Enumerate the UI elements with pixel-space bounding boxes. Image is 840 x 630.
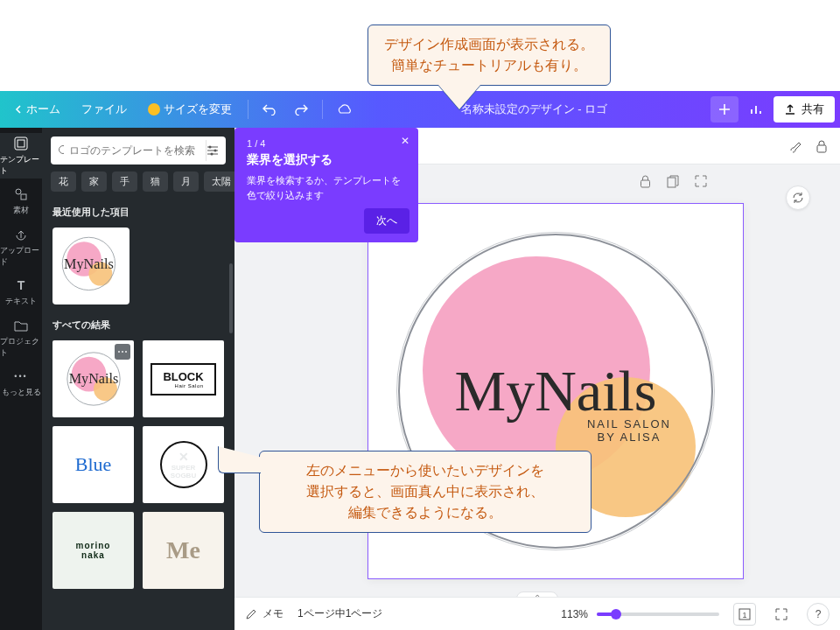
chevron-left-icon	[14, 105, 23, 114]
left-rail: テンプレート 素材 アップロード T テキスト プロジェクト ••• もっと見る	[0, 128, 42, 630]
lock-icon	[640, 175, 651, 188]
logo-subtitle: NAIL SALON BY ALISA	[587, 417, 671, 444]
logo-text: Blue	[75, 453, 112, 476]
logo-text: morinonaka	[76, 541, 111, 560]
template-card[interactable]: Blue	[52, 426, 134, 503]
rail-templates[interactable]: テンプレート	[0, 133, 42, 178]
rail-elements[interactable]: 素材	[0, 178, 42, 224]
add-button[interactable]	[710, 96, 738, 122]
page-duplicate-button[interactable]	[665, 173, 681, 189]
help-button[interactable]: ?	[807, 603, 830, 626]
canvas-area: ✕ 1 / 4 業界を選択する 業界を検索するか、テンプレートを色で絞り込みます…	[234, 128, 840, 630]
chip[interactable]: 手	[112, 172, 137, 192]
card-menu-button[interactable]: ⋯	[115, 344, 130, 360]
sync-icon	[791, 191, 805, 205]
svg-rect-10	[668, 178, 676, 187]
search-input-wrap[interactable]	[51, 136, 226, 164]
help-icon: ?	[816, 608, 822, 620]
recent-heading: 最近使用した項目	[42, 200, 234, 224]
more-icon: •••	[13, 368, 29, 384]
annotation-top-l2: 簡単なチュートリアルも有り。	[384, 55, 594, 76]
analytics-button[interactable]	[742, 96, 770, 122]
lock-button[interactable]	[816, 139, 828, 153]
home-button[interactable]: ホーム	[5, 96, 69, 122]
upload-icon	[784, 103, 796, 116]
file-label: ファイル	[81, 102, 127, 117]
rail-project-label: プロジェクト	[0, 336, 42, 359]
app-topbar: ホーム ファイル サイズを変更 名称未設定のデザイン - ロゴ 共有	[0, 91, 840, 128]
brush-button[interactable]	[788, 138, 803, 154]
chip[interactable]: 月	[173, 172, 199, 192]
chip[interactable]: 猫	[143, 172, 168, 192]
tutorial-popover: ✕ 1 / 4 業界を選択する 業界を検索するか、テンプレートを色で絞り込みます…	[234, 128, 418, 242]
template-card[interactable]: ✕SUPERSOGBU	[143, 426, 224, 503]
svg-point-4	[60, 146, 65, 154]
memo-button[interactable]: メモ	[245, 606, 284, 621]
cloud-button[interactable]	[330, 96, 358, 122]
home-label: ホーム	[26, 102, 60, 117]
rail-upload[interactable]: アップロード	[0, 224, 42, 270]
expand-icon	[695, 175, 707, 187]
scrollbar[interactable]	[229, 263, 233, 333]
divider	[248, 100, 248, 119]
bottom-bar: メモ 1ページ中1ページ 113% 1 ?	[234, 597, 840, 630]
logo-text: Me	[166, 536, 200, 564]
chip[interactable]: 家	[81, 172, 107, 192]
undo-icon	[262, 103, 276, 116]
search-input[interactable]	[69, 144, 200, 157]
tutorial-desc: 業界を検索するか、テンプレートを色で絞り込みます	[247, 173, 406, 202]
template-icon	[13, 136, 29, 151]
rail-more[interactable]: ••• もっと見る	[0, 360, 42, 406]
rail-project[interactable]: プロジェクト	[0, 315, 42, 360]
annotation-mid-l1: 左のメニューから使いたいデザインを	[276, 460, 575, 481]
resize-button[interactable]: サイズを変更	[139, 96, 241, 122]
chip[interactable]: 花	[51, 172, 76, 192]
page-indicator: 1ページ中1ページ	[298, 606, 382, 621]
page-actions	[637, 173, 709, 189]
sync-button[interactable]	[786, 186, 810, 210]
rail-text[interactable]: T テキスト	[0, 270, 42, 315]
svg-rect-1	[18, 140, 24, 147]
duplicate-icon	[667, 175, 679, 188]
recent-thumb[interactable]: MyNails	[52, 228, 130, 304]
plus-icon	[718, 103, 731, 116]
redo-button[interactable]	[287, 96, 315, 122]
chart-icon	[750, 103, 762, 116]
share-button[interactable]: 共有	[774, 96, 835, 122]
tutorial-title: 業界を選択する	[247, 152, 406, 168]
tutorial-next-button[interactable]: 次へ	[364, 208, 410, 234]
fullscreen-button[interactable]	[770, 603, 793, 626]
doc-title[interactable]: 名称未設定のデザイン - ロゴ	[361, 102, 707, 117]
template-card[interactable]: Me	[143, 512, 224, 589]
undo-button[interactable]	[256, 96, 284, 122]
doc-title-text: 名称未設定のデザイン - ロゴ	[461, 102, 608, 117]
folder-icon	[13, 318, 29, 333]
pencil-icon	[245, 608, 257, 620]
grid-view-button[interactable]: 1	[733, 603, 756, 626]
svg-text:1: 1	[742, 611, 746, 620]
zoom-value: 113%	[561, 608, 588, 620]
page-lock-button[interactable]	[637, 173, 653, 189]
text-icon: T	[13, 277, 29, 293]
svg-point-2	[16, 189, 21, 194]
tutorial-step: 1 / 4	[247, 138, 406, 149]
rail-elements-label: 素材	[13, 205, 29, 216]
template-card[interactable]: morinonaka	[52, 512, 134, 589]
annotation-top-l1: デザイン作成画面が表示される。	[384, 34, 594, 55]
crown-icon	[148, 103, 160, 116]
template-card[interactable]: MyNails ⋯	[52, 340, 134, 417]
filter-button[interactable]	[206, 140, 219, 161]
sub1: NAIL SALON	[587, 417, 671, 430]
divider	[322, 100, 323, 119]
memo-label: メモ	[262, 606, 284, 621]
file-button[interactable]: ファイル	[73, 96, 136, 122]
page-fullscreen-button[interactable]	[693, 173, 709, 189]
chip[interactable]: 太陽	[204, 172, 234, 192]
logo-text: MyNails	[65, 351, 122, 408]
zoom-slider[interactable]	[597, 612, 719, 616]
logo-text: BLOCKHair Salon	[150, 363, 215, 396]
search-icon	[58, 144, 64, 157]
brush-icon	[788, 138, 803, 154]
template-card[interactable]: BLOCKHair Salon	[143, 340, 224, 417]
logo-text: ✕SUPERSOGBU	[160, 441, 207, 488]
